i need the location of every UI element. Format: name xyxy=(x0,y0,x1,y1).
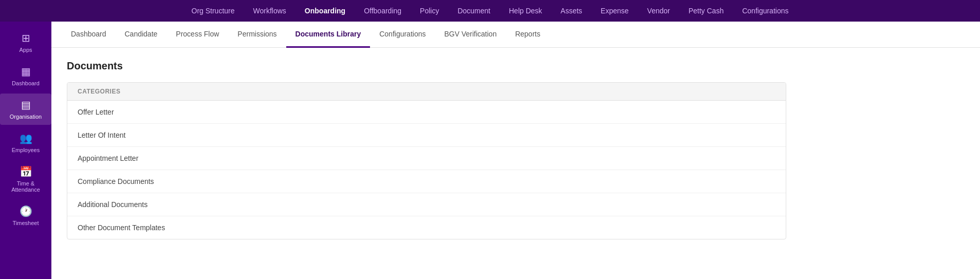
sidebar-item-dashboard[interactable]: ▦Dashboard xyxy=(0,60,51,91)
category-row[interactable]: Compliance Documents xyxy=(67,170,786,193)
employees-icon: 👥 xyxy=(20,132,32,144)
sidebar-item-time-&-attendance[interactable]: 📅Time & Attendance xyxy=(0,160,51,198)
top-nav-item-org-structure[interactable]: Org Structure xyxy=(192,7,235,15)
top-nav-item-policy[interactable]: Policy xyxy=(420,7,439,15)
content-area: DashboardCandidateProcess FlowPermission… xyxy=(51,22,980,279)
category-row[interactable]: Additional Documents xyxy=(67,193,786,216)
dashboard-icon: ▦ xyxy=(21,65,31,78)
sub-nav-item-documents-library[interactable]: Documents Library xyxy=(286,22,371,48)
sidebar-item-organisation[interactable]: ▤Organisation xyxy=(0,94,51,125)
sidebar: ⊞Apps▦Dashboard▤Organisation👥Employees📅T… xyxy=(0,22,51,279)
top-nav-item-assets[interactable]: Assets xyxy=(561,7,582,15)
top-nav-item-offboarding[interactable]: Offboarding xyxy=(364,7,401,15)
top-nav-item-vendor[interactable]: Vendor xyxy=(647,7,670,15)
sub-nav: DashboardCandidateProcess FlowPermission… xyxy=(51,22,980,48)
sidebar-label: Timesheet xyxy=(13,220,39,226)
sub-nav-item-configurations[interactable]: Configurations xyxy=(370,22,435,48)
top-nav-item-expense[interactable]: Expense xyxy=(601,7,628,15)
top-nav-item-onboarding[interactable]: Onboarding xyxy=(305,7,345,15)
time-&-attendance-icon: 📅 xyxy=(20,165,32,178)
timesheet-icon: 🕐 xyxy=(20,205,32,217)
top-nav: Org StructureWorkflowsOnboardingOffboard… xyxy=(0,0,980,22)
sidebar-label: Time & Attendance xyxy=(3,180,49,193)
sub-nav-item-dashboard[interactable]: Dashboard xyxy=(62,22,116,48)
top-nav-item-help-desk[interactable]: Help Desk xyxy=(509,7,542,15)
categories-section: CATEGORIES Offer LetterLetter Of IntentA… xyxy=(67,82,786,239)
sidebar-label: Organisation xyxy=(10,114,42,120)
sidebar-item-apps[interactable]: ⊞Apps xyxy=(0,27,51,58)
top-nav-item-configurations[interactable]: Configurations xyxy=(742,7,788,15)
category-row[interactable]: Offer Letter xyxy=(67,101,786,124)
sub-nav-item-candidate[interactable]: Candidate xyxy=(116,22,167,48)
sidebar-item-employees[interactable]: 👥Employees xyxy=(0,127,51,158)
apps-icon: ⊞ xyxy=(22,32,30,44)
sub-nav-item-reports[interactable]: Reports xyxy=(506,22,549,48)
sidebar-label: Apps xyxy=(19,47,32,53)
category-row[interactable]: Other Document Templates xyxy=(67,216,786,239)
category-row[interactable]: Appointment Letter xyxy=(67,147,786,170)
page-title: Documents xyxy=(67,60,965,72)
page-content: Documents CATEGORIES Offer LetterLetter … xyxy=(51,48,980,279)
category-row[interactable]: Letter Of Intent xyxy=(67,124,786,147)
top-nav-item-workflows[interactable]: Workflows xyxy=(253,7,286,15)
top-nav-item-petty-cash[interactable]: Petty Cash xyxy=(689,7,724,15)
sidebar-label: Dashboard xyxy=(12,80,40,86)
sidebar-label: Employees xyxy=(12,147,40,153)
sub-nav-item-permissions[interactable]: Permissions xyxy=(228,22,286,48)
sub-nav-item-process-flow[interactable]: Process Flow xyxy=(167,22,228,48)
sidebar-item-timesheet[interactable]: 🕐Timesheet xyxy=(0,200,51,231)
top-nav-item-document[interactable]: Document xyxy=(457,7,490,15)
sub-nav-item-bgv-verification[interactable]: BGV Verification xyxy=(435,22,506,48)
categories-header: CATEGORIES xyxy=(67,83,786,101)
main-layout: ⊞Apps▦Dashboard▤Organisation👥Employees📅T… xyxy=(0,22,980,279)
organisation-icon: ▤ xyxy=(21,99,31,111)
